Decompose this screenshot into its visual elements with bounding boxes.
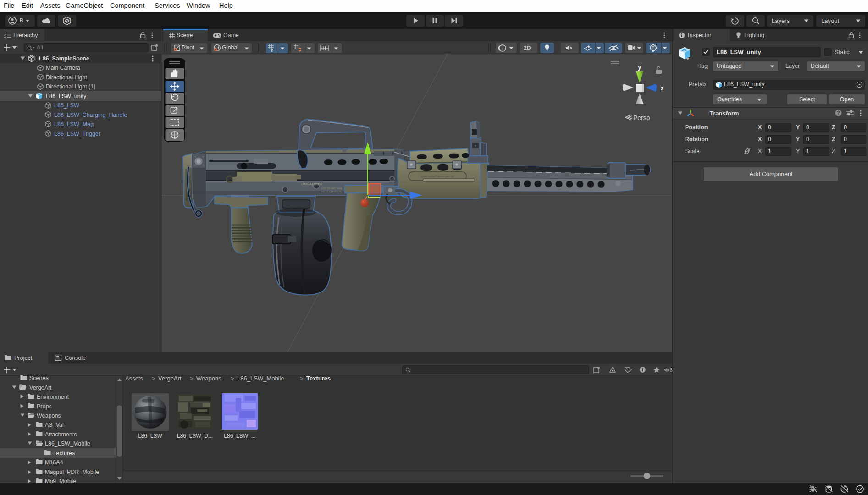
svg-text:Y: Y (271, 48, 273, 53)
svg-text:z: z (661, 85, 664, 92)
svg-text:LM9GA160902: LM9GA160902 (301, 182, 322, 186)
svg-text:D: D (66, 19, 68, 23)
svg-text:3: 3 (670, 367, 673, 373)
svg-text:?: ? (837, 110, 840, 116)
svg-text:SA80 LIGHT SUPPORT W: SA80 LIGHT SUPPORT W (421, 175, 454, 178)
svg-text:1005-99-960-7994: 1005-99-960-7994 (321, 187, 342, 190)
svg-text:100 20 5.56mm L45: 100 20 5.56mm L45 (321, 190, 342, 193)
svg-text:B: B (20, 17, 23, 24)
svg-text:y: y (638, 63, 641, 71)
svg-text:Persp: Persp (633, 114, 650, 121)
